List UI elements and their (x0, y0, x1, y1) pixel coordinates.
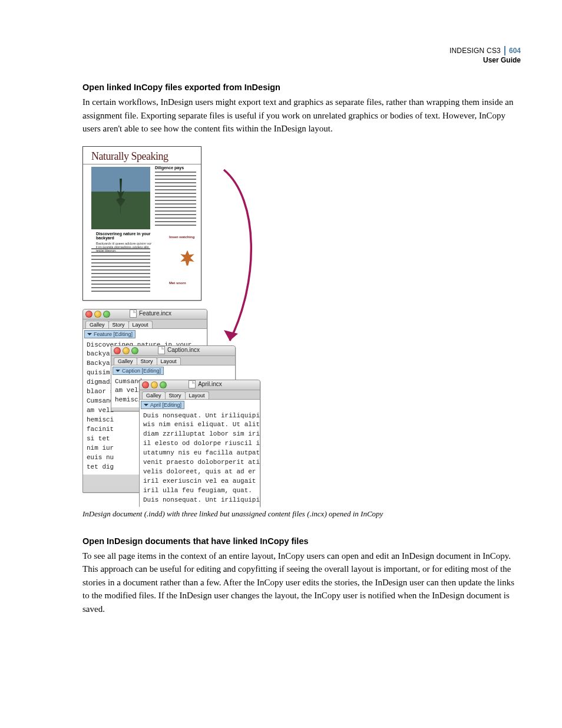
story-header[interactable]: Feature [Editing] (84, 330, 135, 338)
section2-title: Open InDesign documents that have linked… (82, 536, 521, 546)
incopy-window-april: April.incx Galley Story Layout April [Ed… (139, 380, 260, 507)
arrow-icon (206, 164, 259, 353)
tab-layout[interactable]: Layout (128, 321, 153, 328)
close-icon[interactable] (142, 381, 149, 388)
section1-body: In certain workflows, InDesign users mig… (82, 95, 521, 136)
indesign-layout-thumb: Naturally Speaking Diligence pays Discov… (82, 146, 201, 301)
zoom-icon[interactable] (103, 311, 110, 318)
tab-story[interactable]: Story (137, 357, 157, 365)
product-name: INDESIGN CS3 (449, 46, 501, 55)
leaf-icon (180, 251, 195, 266)
layout-photo (91, 167, 150, 229)
story-text[interactable]: Duis nonsequat. Unt iriliquipit wis nim … (140, 410, 260, 508)
page-number: 604 (504, 46, 521, 55)
disclosure-triangle-icon (87, 333, 92, 335)
layout-sidebar2: Met snorn (169, 281, 196, 285)
minimize-icon[interactable] (151, 381, 158, 388)
disclosure-triangle-icon (115, 370, 120, 372)
figure: Naturally Speaking Diligence pays Discov… (82, 146, 259, 506)
tab-galley[interactable]: Galley (85, 321, 109, 328)
view-tabs: Galley Story Layout (111, 356, 235, 365)
story-header[interactable]: Caption [Editing] (113, 367, 164, 375)
tab-story[interactable]: Story (165, 391, 186, 399)
view-tabs: Galley Story Layout (83, 319, 207, 328)
close-icon[interactable] (114, 347, 121, 354)
tab-layout[interactable]: Layout (157, 357, 181, 365)
zoom-icon[interactable] (131, 347, 138, 354)
close-icon[interactable] (85, 311, 92, 318)
window-title: Caption.incx (167, 347, 200, 353)
tab-galley[interactable]: Galley (114, 357, 137, 365)
greek-column (91, 248, 150, 294)
minimize-icon[interactable] (123, 347, 130, 354)
section2-body: To see all page items in the context of … (82, 549, 521, 616)
disclosure-triangle-icon (144, 404, 148, 406)
layout-masthead: Naturally Speaking (83, 147, 201, 164)
section1-title: Open linked InCopy files exported from I… (82, 83, 521, 92)
tab-story[interactable]: Story (108, 321, 129, 328)
view-tabs: Galley Story Layout (140, 390, 260, 399)
figure-caption: InDesign document (.indd) with three lin… (82, 509, 521, 519)
tab-galley[interactable]: Galley (142, 391, 166, 399)
document-icon (189, 380, 196, 388)
zoom-icon[interactable] (160, 381, 167, 388)
window-title: Feature.incx (139, 310, 171, 317)
layout-sidebar1: Insen watching (169, 235, 196, 239)
greek-text: Diligence pays (155, 166, 196, 228)
document-icon (130, 309, 137, 318)
running-header: INDESIGN CS3 604 User Guide (449, 46, 521, 65)
tab-layout[interactable]: Layout (185, 391, 209, 399)
story-header[interactable]: April [Editing] (141, 401, 184, 409)
window-title: April.incx (198, 381, 222, 387)
minimize-icon[interactable] (94, 311, 101, 318)
header-subtitle: User Guide (449, 55, 521, 65)
document-icon (158, 346, 165, 354)
